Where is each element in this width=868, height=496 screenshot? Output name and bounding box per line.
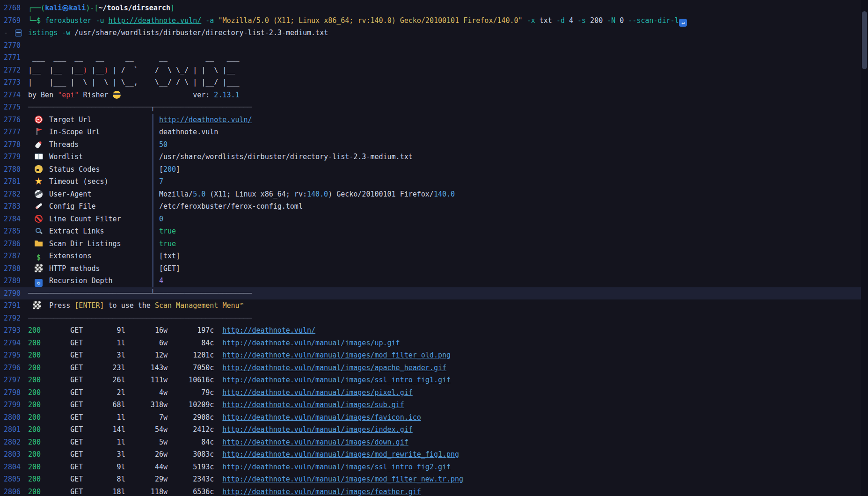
- text-segment: ver:: [121, 91, 214, 99]
- text-segment: [ENTER]: [74, 301, 104, 310]
- result-line-count: 9l: [83, 461, 125, 474]
- result-url[interactable]: http://deathnote.vuln/manual/images/ssl_…: [222, 463, 451, 471]
- checkered-flag-icon: [33, 301, 41, 309]
- result-status: 200: [28, 473, 41, 486]
- syringe-icon: [35, 203, 43, 210]
- config-value-seg: 4: [159, 277, 163, 285]
- config-value-seg: ) Gecko/20100101 Firefox/: [328, 190, 434, 198]
- book-icon: [35, 153, 43, 160]
- text-segment: feroxbuster: [45, 16, 91, 25]
- result-method: GET: [41, 473, 83, 486]
- result-url[interactable]: http://deathnote.vuln/manual/images/inde…: [222, 425, 412, 434]
- config-value-seg: true: [159, 227, 176, 235]
- terminal-line: 2795200GET3l12w1201chttp://deathnote.vul…: [0, 349, 861, 362]
- config-value: [txt]: [159, 252, 180, 260]
- config-icon-cell: [32, 263, 45, 275]
- result-status: 200: [28, 324, 41, 337]
- config-icon-cell: [32, 275, 45, 287]
- line-content: In-Scope Url│deathnote.vuln: [24, 126, 861, 139]
- text-segment: |__: [87, 66, 104, 74]
- line-number: 2768: [0, 2, 24, 15]
- line-content: ────────────────────────────────────────…: [24, 312, 861, 325]
- table-vertical-separator: │: [151, 126, 155, 139]
- text-segment: Scan Management Menu™: [155, 301, 244, 310]
- config-value: deathnote.vuln: [159, 128, 218, 136]
- terminal-line: 2801200GET14l54w2412chttp://deathnote.vu…: [0, 423, 861, 436]
- line-content: ─────────────────────────────┬──────────…: [24, 101, 861, 114]
- result-url[interactable]: http://deathnote.vuln/manual/images/pixe…: [222, 388, 412, 397]
- line-content: HTTP methods│[GET]: [24, 263, 861, 275]
- result-url[interactable]: http://deathnote.vuln/manual/images/mod_…: [222, 351, 451, 359]
- config-value: /etc/feroxbuster/ferox-config.toml: [159, 202, 303, 211]
- terminal-line: 2800200GET1l7w2908chttp://deathnote.vuln…: [0, 411, 861, 424]
- text-segment[interactable]: http://deathnote.vuln/: [109, 16, 202, 25]
- config-value-seg[interactable]: http://deathnote.vuln/: [159, 116, 252, 124]
- result-char-count: 2412c: [168, 423, 214, 436]
- line-content: Threads│50: [24, 139, 861, 151]
- terminal-line: 2802200GET1l5w84chttp://deathnote.vuln/m…: [0, 436, 861, 449]
- config-icon-cell: [32, 126, 45, 139]
- line-number: 2781: [0, 175, 24, 188]
- result-line-count: 26l: [83, 374, 125, 387]
- config-value-seg: 200: [163, 165, 176, 174]
- result-url[interactable]: http://deathnote.vuln/manual/images/sub.…: [222, 401, 404, 409]
- line-content: Extract Links│true: [24, 225, 861, 238]
- text-segment: ~/tools/dirsearch: [98, 4, 170, 12]
- table-vertical-separator: │: [151, 175, 155, 188]
- terminal-line: 2804200GET9l44w5193chttp://deathnote.vul…: [0, 461, 861, 474]
- config-value-seg: [txt]: [159, 252, 180, 260]
- scrollbar-thumb[interactable]: [862, 11, 867, 69]
- line-number: 2792: [0, 312, 24, 325]
- result-line-count: 8l: [83, 473, 125, 486]
- result-method: GET: [41, 362, 83, 374]
- text-segment: ): [104, 66, 109, 74]
- table-vertical-separator: │: [151, 238, 155, 250]
- terminal-line: 2776Target Url│http://deathnote.vuln/: [0, 114, 861, 126]
- fold-marker-icon[interactable]: [15, 29, 22, 36]
- line-number: 2797: [0, 374, 24, 387]
- line-content: 200GET18l118w6536chttp://deathnote.vuln/…: [24, 486, 861, 496]
- result-url[interactable]: http://deathnote.vuln/: [222, 326, 315, 335]
- result-status: 200: [28, 411, 41, 424]
- line-content: 200GET1l7w2908chttp://deathnote.vuln/man…: [24, 411, 861, 424]
- terminal-line: 2806200GET18l118w6536chttp://deathnote.v…: [0, 486, 861, 496]
- terminal-window: 2768┌──(kali㉿kali)-[~/tools/dirsearch]27…: [0, 0, 868, 496]
- result-url[interactable]: http://deathnote.vuln/manual/images/up.g…: [222, 339, 400, 347]
- terminal-line: 2779Wordlist│/usr/share/wordlists/dirbus…: [0, 151, 861, 163]
- line-number: 2773: [0, 76, 24, 89]
- line-number: 2774: [0, 89, 24, 102]
- line-content: Config File│/etc/feroxbuster/ferox-confi…: [24, 200, 861, 213]
- text-segment: ___ ___ __ __ __ __ __ ___: [28, 53, 240, 62]
- config-value-seg: /etc/feroxbuster/ferox-config.toml: [159, 202, 303, 211]
- table-vertical-separator: │: [151, 250, 155, 263]
- text-segment: [523, 16, 527, 25]
- config-value-seg: 5.0: [193, 190, 205, 198]
- terminal-line: 2785Extract Links│true: [0, 225, 861, 238]
- config-label: Config File: [49, 200, 151, 213]
- result-url[interactable]: http://deathnote.vuln/manual/images/mod_…: [222, 450, 459, 459]
- folder-icon: [35, 240, 43, 248]
- target-icon: [35, 116, 43, 124]
- result-status: 200: [28, 374, 41, 387]
- text-segment: -w: [62, 29, 70, 37]
- line-number: 2789: [0, 275, 24, 287]
- config-value-seg: (X11; Linux x86_64; rv:: [205, 190, 307, 198]
- result-line-count: 68l: [83, 399, 125, 411]
- config-icon-cell: [32, 250, 45, 263]
- terminal-line: 2803200GET3l26w3083chttp://deathnote.vul…: [0, 448, 861, 461]
- result-url[interactable]: http://deathnote.vuln/manual/images/apac…: [222, 364, 446, 372]
- result-url[interactable]: http://deathnote.vuln/manual/images/ssl_…: [222, 376, 451, 384]
- line-content: 200GET9l16w197chttp://deathnote.vuln/: [24, 324, 861, 337]
- inline-icon-cell: [113, 89, 121, 102]
- config-label: Line Count Filter: [49, 213, 151, 226]
- line-number: 2801: [0, 423, 24, 436]
- line-number: 2780: [0, 163, 24, 176]
- result-url[interactable]: http://deathnote.vuln/manual/images/feat…: [222, 488, 421, 496]
- result-url[interactable]: http://deathnote.vuln/manual/images/mod_…: [222, 475, 463, 483]
- line-number: -: [0, 27, 24, 39]
- config-icon-cell: [32, 163, 45, 176]
- text-segment: Risher: [79, 91, 112, 99]
- result-url[interactable]: http://deathnote.vuln/manual/images/favi…: [222, 413, 421, 422]
- result-url[interactable]: http://deathnote.vuln/manual/images/down…: [222, 438, 408, 446]
- line-number: 2772: [0, 64, 24, 77]
